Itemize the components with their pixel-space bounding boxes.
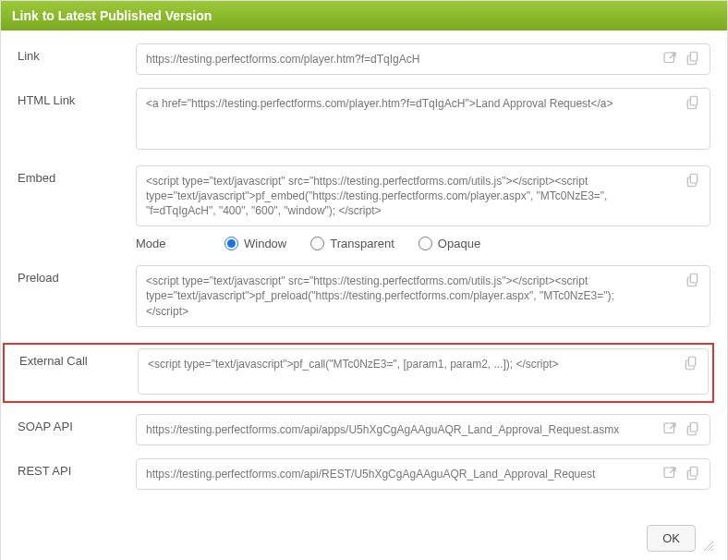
open-link-icon[interactable]: [661, 49, 679, 67]
label-html-link: HTML Link: [18, 88, 136, 107]
mode-radio-window[interactable]: Window: [224, 237, 286, 250]
panel-footer: OK: [1, 516, 727, 560]
label-soap-api: SOAP API: [18, 414, 136, 433]
resize-grip-icon[interactable]: [701, 539, 714, 552]
label-mode: Mode: [136, 237, 224, 250]
copy-icon[interactable]: [685, 271, 703, 289]
label-preload: Preload: [18, 265, 136, 285]
open-link-icon[interactable]: [661, 420, 679, 438]
copy-icon[interactable]: [685, 49, 703, 67]
mode-radio-group: Window Transparent Opaque: [224, 237, 480, 250]
copy-icon[interactable]: [685, 464, 703, 482]
open-link-icon[interactable]: [661, 464, 679, 482]
copy-icon[interactable]: [685, 93, 703, 112]
copy-icon[interactable]: [683, 354, 701, 372]
external-call-highlight: External Call <script type="text/javascr…: [3, 343, 714, 403]
preload-field[interactable]: <script type="text/javascript" src="http…: [136, 265, 710, 327]
mode-radio-transparent[interactable]: Transparent: [310, 237, 394, 250]
mode-radio-opaque[interactable]: Opaque: [419, 237, 480, 250]
label-link: Link: [18, 43, 136, 63]
copy-icon[interactable]: [685, 420, 703, 438]
label-rest-api: REST API: [18, 458, 136, 478]
soap-api-field[interactable]: [136, 414, 710, 445]
html-link-field[interactable]: <a href="https://testing.perfectforms.co…: [136, 88, 710, 150]
external-call-field[interactable]: <script type="text/javascript">pf_call("…: [138, 348, 709, 395]
link-field[interactable]: [136, 43, 710, 75]
rest-api-field[interactable]: [136, 458, 710, 490]
label-external-call: External Call: [8, 348, 138, 368]
panel-title: Link to Latest Published Version: [1, 1, 727, 30]
copy-icon[interactable]: [685, 171, 703, 189]
link-publish-panel: Link to Latest Published Version Link HT…: [0, 0, 728, 560]
embed-field[interactable]: <script type="text/javascript" src="http…: [136, 165, 710, 227]
panel-body: Link HTML Link <a href="https://testing.…: [1, 30, 727, 516]
ok-button[interactable]: OK: [647, 525, 696, 552]
label-embed: Embed: [18, 165, 136, 185]
